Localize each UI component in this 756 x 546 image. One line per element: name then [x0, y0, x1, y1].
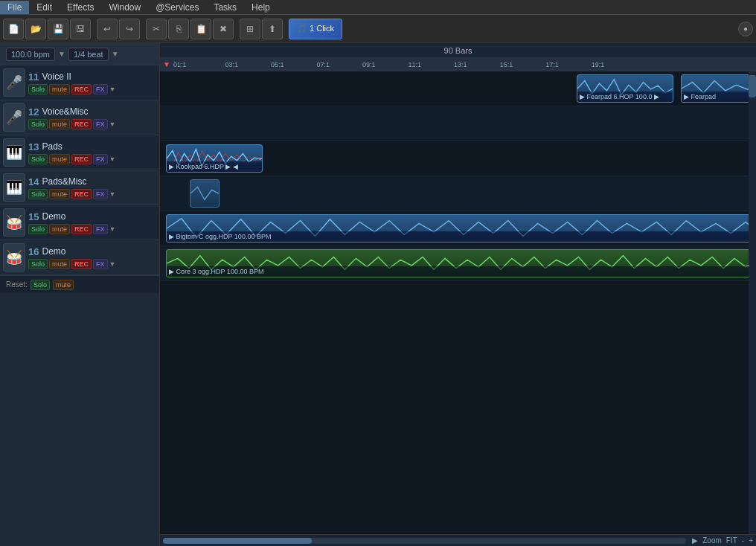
- ruler-mark-10: 19:1: [592, 61, 605, 68]
- track-num-name-12: 12 Voice&Misc: [28, 106, 156, 118]
- mute-btn-11[interactable]: mute: [49, 84, 70, 94]
- timeline-scrollbar[interactable]: ▶ Zoom FIT - +: [160, 534, 756, 546]
- beat-display[interactable]: 1/4 beat: [68, 48, 109, 61]
- rec-btn-14[interactable]: REC: [71, 189, 92, 199]
- menu-file[interactable]: File: [0, 1, 29, 14]
- play-arrow[interactable]: ▶: [692, 536, 698, 545]
- track-num-name-11: 11 Voice II: [28, 71, 156, 83]
- timeline-area: 90 Bars ▼ 01:1 03:1 05:1 07:1 09:1 11:1 …: [160, 43, 756, 546]
- solo-btn-15[interactable]: Solo: [28, 224, 48, 234]
- save-button[interactable]: 💾: [48, 19, 68, 39]
- fit-label[interactable]: FIT: [726, 536, 737, 545]
- fx-btn-15[interactable]: FX: [93, 224, 108, 234]
- rec-btn-13[interactable]: REC: [71, 154, 92, 164]
- solo-btn-13[interactable]: Solo: [28, 154, 48, 164]
- fx-btn-13[interactable]: FX: [93, 154, 108, 164]
- track-name-15: Demo: [42, 211, 65, 222]
- open-button[interactable]: 📂: [25, 19, 46, 39]
- waveform-16[interactable]: ▶ Core 3 ogg.HDP 100.00 BPM: [166, 249, 754, 277]
- menu-edit[interactable]: Edit: [29, 1, 60, 14]
- mute-btn-16[interactable]: mute: [49, 259, 70, 269]
- beat-dropdown-arrow[interactable]: ▼: [112, 50, 119, 58]
- close-button[interactable]: ●: [738, 22, 753, 36]
- rec-btn-11[interactable]: REC: [71, 84, 92, 94]
- ruler-mark-1: 01:1: [173, 61, 187, 68]
- zoom-label: Zoom: [702, 536, 722, 545]
- mute-btn-14[interactable]: mute: [49, 189, 70, 199]
- paste-button[interactable]: 📋: [190, 19, 211, 39]
- tracks-panel: 100.0 bpm ▼ 1/4 beat ▼ 🎤 11 Voice II Sol…: [0, 43, 160, 546]
- rec-btn-16[interactable]: REC: [71, 259, 92, 269]
- rec-btn-15[interactable]: REC: [71, 224, 92, 234]
- ruler-mark-6: 11:1: [409, 61, 422, 68]
- track-content-16: ▶ Core 3 ogg.HDP 100.00 BPM: [160, 246, 756, 281]
- track-content-11: ▶ Fearpad 6.HOP 100.0 ▶ ▶ Fearpad: [160, 71, 756, 106]
- solo-btn-11[interactable]: Solo: [28, 84, 48, 94]
- track-num-13: 13: [28, 141, 39, 152]
- reset-solo-btn[interactable]: Solo: [31, 280, 50, 290]
- track-controls-14: Solo mute REC FX ▼: [28, 189, 156, 199]
- export-button[interactable]: ⬆: [262, 19, 283, 39]
- waveform-label-11b: ▶ Fearpad: [682, 91, 755, 102]
- cut-button[interactable]: ✂: [146, 19, 167, 39]
- menu-effects[interactable]: Effects: [60, 1, 101, 14]
- zoom-plus[interactable]: +: [749, 536, 753, 545]
- tracks-content[interactable]: ▶ Fearpad 6.HOP 100.0 ▶ ▶ Fearpad: [160, 71, 756, 534]
- ruler-playhead-marker: ▼: [163, 60, 170, 68]
- rec-btn-12[interactable]: REC: [71, 119, 92, 129]
- vertical-scrollbar-thumb[interactable]: [749, 75, 756, 97]
- undo-button[interactable]: ↩: [97, 19, 118, 39]
- solo-btn-14[interactable]: Solo: [28, 189, 48, 199]
- waveform-11a[interactable]: ▶ Fearpad 6.HOP 100.0 ▶: [577, 74, 673, 103]
- waveform-15[interactable]: ▶ Bigtom C ogg.HDP 100.00 BPM: [166, 214, 754, 243]
- waveform-label-11a: ▶ Fearpad 6.HOP 100.0 ▶: [577, 91, 673, 102]
- toolbar: 📄 📂 💾 🖫 ↩ ↪ ✂ ⎘ 📋 ✖ ⊞ ⬆ 🎵 1 Click ●: [0, 15, 756, 43]
- waveform-13[interactable]: ▶ Kookpad 6.HDP ▶ ◀: [166, 144, 263, 173]
- track-row-14: 🎹 14 Pads&Misc Solo mute REC FX ▼: [0, 170, 159, 205]
- menu-window[interactable]: Window: [102, 1, 149, 14]
- vertical-scrollbar[interactable]: [749, 71, 756, 534]
- mute-btn-12[interactable]: mute: [49, 119, 70, 129]
- track-controls-15: Solo mute REC FX ▼: [28, 224, 156, 234]
- fx-btn-11[interactable]: FX: [93, 84, 108, 94]
- clear-button[interactable]: ✖: [213, 19, 234, 39]
- menu-help[interactable]: Help: [244, 1, 278, 14]
- fx-arrow-14: ▼: [109, 190, 116, 198]
- fx-btn-12[interactable]: FX: [93, 119, 108, 129]
- track-row-16: 🥁 16 Demo Solo mute REC FX ▼: [0, 240, 159, 275]
- track-info-15: 15 Demo Solo mute REC FX ▼: [28, 211, 156, 234]
- new-button[interactable]: 📄: [3, 19, 24, 39]
- timeline-title: 90 Bars: [444, 46, 472, 55]
- track-num-16: 16: [28, 246, 39, 257]
- fx-arrow-11: ▼: [109, 86, 116, 93]
- fx-btn-14[interactable]: FX: [93, 189, 108, 199]
- solo-btn-16[interactable]: Solo: [28, 259, 48, 269]
- waveform-11b[interactable]: ▶ Fearpad: [681, 74, 755, 103]
- menu-services[interactable]: @Services: [148, 1, 206, 14]
- waveform-14[interactable]: [190, 179, 220, 208]
- timeline-ruler: ▼ 01:1 03:1 05:1 07:1 09:1 11:1 13:1 15:…: [160, 58, 756, 71]
- ruler-mark-5: 09:1: [362, 61, 376, 68]
- track-content-12: [160, 106, 756, 141]
- fx-btn-16[interactable]: FX: [93, 259, 108, 269]
- track-icon-15: 🥁: [3, 208, 25, 237]
- redo-button[interactable]: ↪: [119, 19, 140, 39]
- bpm-dropdown-arrow[interactable]: ▼: [58, 50, 65, 58]
- mute-btn-15[interactable]: mute: [49, 224, 70, 234]
- copy-button[interactable]: ⎘: [168, 19, 189, 39]
- zoom-minus[interactable]: -: [742, 536, 744, 545]
- mute-btn-13[interactable]: mute: [49, 154, 70, 164]
- h-scrollbar-thumb[interactable]: [163, 538, 312, 544]
- solo-btn-12[interactable]: Solo: [28, 119, 48, 129]
- track-controls-13: Solo mute REC FX ▼: [28, 154, 156, 164]
- bpm-display[interactable]: 100.0 bpm: [6, 48, 55, 61]
- one-click-button[interactable]: 🎵 1 Click: [289, 19, 342, 39]
- track-content-14: [160, 176, 756, 211]
- h-scrollbar-track[interactable]: [163, 538, 686, 544]
- ruler-mark-7: 13:1: [454, 61, 467, 68]
- menu-tasks[interactable]: Tasks: [206, 1, 244, 14]
- bounce-button[interactable]: ⊞: [240, 19, 260, 39]
- track-row-12: 🎤 12 Voice&Misc Solo mute REC FX ▼: [0, 100, 159, 135]
- reset-mute-btn[interactable]: mute: [53, 280, 74, 290]
- save-as-button[interactable]: 🖫: [70, 19, 91, 39]
